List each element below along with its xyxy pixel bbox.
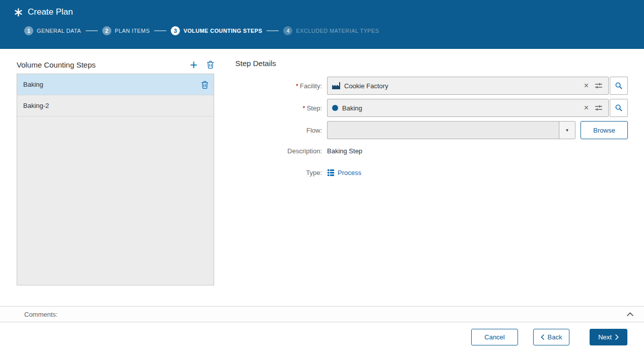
steps-list: Baking Baking-2	[17, 74, 214, 285]
search-icon	[615, 82, 623, 90]
add-step-button[interactable]: +	[190, 60, 198, 70]
step-value: Baking	[342, 104, 579, 112]
facility-value: Cookie Factory	[344, 82, 579, 90]
flow-value	[328, 122, 559, 139]
search-icon	[615, 104, 623, 112]
flow-row: Flow: ▼ Browse	[235, 121, 628, 139]
required-indicator: *	[296, 82, 298, 90]
footer-bar: Cancel Back Next	[0, 322, 644, 352]
step-label: PLAN ITEMS	[115, 28, 150, 34]
process-type-icon	[327, 169, 335, 177]
type-row: Type: Process	[235, 169, 628, 177]
field-label: *Step:	[235, 104, 327, 112]
step-plan-items[interactable]: 2 PLAN ITEMS	[102, 26, 150, 35]
create-plan-icon	[14, 8, 23, 17]
cancel-button[interactable]: Cancel	[471, 329, 518, 345]
chevron-right-icon	[615, 334, 619, 340]
facility-input[interactable]: Cookie Factory ×	[327, 77, 609, 95]
comments-label: Comments:	[24, 311, 624, 318]
value-help-filter-icon[interactable]	[594, 104, 604, 112]
trash-icon	[207, 61, 214, 69]
value-help-filter-icon[interactable]	[594, 82, 604, 90]
description-value: Baking Step	[327, 147, 362, 155]
comments-section[interactable]: Comments:	[0, 306, 644, 322]
step-input[interactable]: Baking ×	[327, 99, 609, 117]
step-volume-counting-steps[interactable]: 3 VOLUME COUNTING STEPS	[171, 26, 262, 35]
step-label: GENERAL DATA	[37, 28, 81, 34]
delete-step-button[interactable]	[207, 61, 214, 69]
step-number: 1	[24, 26, 33, 35]
browse-button[interactable]: Browse	[581, 121, 628, 139]
step-number: 3	[171, 26, 180, 35]
cancel-label: Cancel	[484, 333, 504, 341]
next-button[interactable]: Next	[590, 329, 627, 345]
steps-panel-header: Volume Counting Steps +	[17, 57, 214, 72]
facility-controls: Cookie Factory ×	[327, 77, 628, 95]
list-item[interactable]: Baking	[17, 74, 214, 95]
clear-icon[interactable]: ×	[583, 104, 590, 112]
required-indicator: *	[303, 104, 305, 112]
list-item[interactable]: Baking-2	[17, 95, 214, 116]
field-label: Type:	[235, 169, 327, 177]
app-header: Create Plan 1 GENERAL DATA 2 PLAN ITEMS …	[0, 0, 644, 49]
list-item-label: Baking	[23, 81, 43, 88]
step-label: VOLUME COUNTING STEPS	[183, 28, 262, 34]
step-excluded-material-types: 4 EXCLUDED MATERIAL TYPES	[283, 26, 379, 35]
page-title: Create Plan	[28, 7, 73, 17]
flow-dropdown[interactable]: ▼	[327, 121, 575, 139]
step-row: *Step: Baking ×	[235, 99, 628, 117]
steps-panel: Volume Counting Steps + Baking	[17, 57, 214, 306]
collapse-comments-button[interactable]	[624, 311, 636, 318]
wizard-stepper: 1 GENERAL DATA 2 PLAN ITEMS 3 VOLUME COU…	[24, 26, 644, 35]
factory-icon	[332, 82, 340, 89]
step-details-panel: Step Details *Facility: Cookie Factory ×	[235, 57, 628, 306]
delete-item-button[interactable]	[201, 81, 209, 89]
step-search-button[interactable]	[610, 99, 628, 117]
dropdown-arrow-icon[interactable]: ▼	[559, 122, 575, 139]
field-label: *Facility:	[235, 82, 327, 90]
stepper-connector	[86, 30, 98, 31]
clear-icon[interactable]: ×	[583, 82, 590, 90]
list-item-label: Baking-2	[23, 102, 49, 109]
trash-icon	[201, 81, 209, 89]
back-button[interactable]: Back	[533, 329, 569, 345]
step-label: EXCLUDED MATERIAL TYPES	[296, 28, 379, 34]
brand: Create Plan	[14, 7, 644, 17]
step-number: 4	[283, 26, 292, 35]
chevron-left-icon	[541, 334, 544, 340]
step-general-data[interactable]: 1 GENERAL DATA	[24, 26, 81, 35]
next-label: Next	[598, 333, 612, 341]
stepper-connector	[154, 30, 166, 31]
step-controls: Baking ×	[327, 99, 628, 117]
field-label: Flow:	[235, 127, 327, 134]
step-status-icon	[332, 105, 338, 111]
facility-row: *Facility: Cookie Factory ×	[235, 77, 628, 95]
flow-controls: ▼ Browse	[327, 121, 628, 139]
steps-panel-title: Volume Counting Steps	[17, 61, 190, 69]
type-value: Process	[327, 169, 361, 177]
back-label: Back	[548, 333, 562, 341]
facility-search-button[interactable]	[610, 77, 628, 95]
section-title: Step Details	[235, 59, 628, 68]
step-number: 2	[102, 26, 111, 35]
field-label: Description:	[235, 147, 327, 155]
main-content: Volume Counting Steps + Baking	[0, 49, 644, 306]
description-row: Description: Baking Step	[235, 147, 628, 155]
chevron-up-icon	[626, 312, 634, 317]
stepper-connector	[267, 30, 279, 31]
type-label-value: Process	[338, 169, 361, 177]
